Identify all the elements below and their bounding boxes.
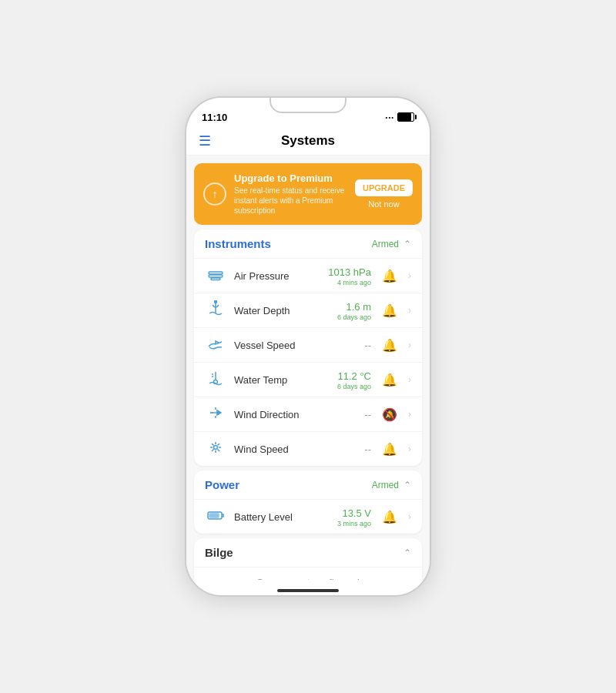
- water-temp-icon: [205, 369, 226, 390]
- svg-rect-1: [209, 272, 223, 274]
- upgrade-text: Upgrade to Premium See real-time status …: [234, 172, 347, 216]
- air-pressure-value: 1013 hPa: [328, 266, 371, 278]
- sensor-row-water-depth[interactable]: Water Depth 1.6 m 6 days ago 🔔 ›: [194, 293, 422, 327]
- air-pressure-name: Air Pressure: [234, 270, 317, 282]
- power-status: Armed: [372, 480, 399, 490]
- battery-status-icon: [397, 112, 414, 122]
- status-icons: •••: [386, 112, 414, 122]
- water-temp-bell-icon[interactable]: 🔔: [382, 373, 397, 387]
- water-depth-time: 6 days ago: [325, 313, 371, 321]
- bilge-section: Bilge ⌃ Sensors not configured: [194, 538, 422, 580]
- vessel-speed-name: Vessel Speed: [234, 340, 317, 351]
- air-pressure-time: 4 mins ago: [325, 279, 371, 286]
- wind-direction-bell-icon[interactable]: 🔕: [382, 407, 397, 422]
- water-temp-time: 6 days ago: [325, 383, 371, 390]
- home-bar-line: [277, 589, 339, 592]
- wind-speed-chevron-icon[interactable]: ›: [408, 444, 411, 454]
- upgrade-arrow-icon: ↑: [203, 182, 226, 206]
- instruments-status: Armed: [372, 239, 399, 249]
- wind-speed-icon: [205, 438, 226, 460]
- svg-line-15: [218, 450, 220, 452]
- water-temp-chevron-icon[interactable]: ›: [408, 374, 411, 385]
- wind-speed-bell-icon[interactable]: 🔔: [382, 442, 397, 457]
- bilge-no-sensors-message: Sensors not configured: [194, 567, 422, 580]
- svg-point-3: [215, 301, 217, 303]
- battery-level-value: 13.5 V: [342, 507, 371, 519]
- phone-notch: [270, 98, 346, 113]
- not-now-button[interactable]: Not now: [355, 199, 413, 209]
- vessel-speed-icon: [205, 334, 226, 356]
- battery-level-chevron-icon[interactable]: ›: [408, 511, 411, 522]
- wind-direction-icon: [205, 403, 226, 425]
- wind-speed-name: Wind Speed: [234, 444, 317, 455]
- wind-direction-chevron-icon[interactable]: ›: [408, 409, 411, 420]
- svg-rect-20: [209, 514, 219, 517]
- water-temp-value: 11.2 °C: [337, 370, 371, 382]
- svg-point-18: [214, 446, 218, 450]
- svg-rect-0: [209, 275, 223, 277]
- vessel-speed-value: --: [364, 340, 371, 351]
- sensor-row-vessel-speed[interactable]: Vessel Speed -- 🔔 ›: [194, 327, 422, 362]
- instruments-chevron-icon[interactable]: ⌃: [403, 239, 411, 249]
- sensor-row-water-temp[interactable]: Water Temp 11.2 °C 6 days ago 🔔 ›: [194, 362, 422, 397]
- wind-speed-value: --: [364, 444, 371, 455]
- air-pressure-icon: [205, 265, 226, 286]
- air-pressure-bell-icon[interactable]: 🔔: [382, 269, 397, 283]
- svg-line-16: [218, 444, 220, 446]
- sensor-row-battery[interactable]: Battery Level 13.5 V 3 mins ago 🔔 ›: [194, 499, 422, 534]
- power-status-row: Armed ⌃: [372, 480, 411, 490]
- battery-level-bell-icon[interactable]: 🔔: [382, 510, 397, 524]
- power-chevron-icon[interactable]: ⌃: [403, 480, 411, 490]
- scroll-content[interactable]: ↑ Upgrade to Premium See real-time statu…: [186, 156, 430, 580]
- battery-level-icon: [205, 506, 226, 527]
- water-depth-chevron-icon[interactable]: ›: [408, 305, 411, 316]
- upgrade-button[interactable]: UPGRADE: [355, 179, 413, 196]
- water-depth-bell-icon[interactable]: 🔔: [382, 303, 397, 318]
- bilge-chevron-icon[interactable]: ⌃: [403, 547, 411, 558]
- wind-direction-name: Wind Direction: [234, 409, 317, 420]
- upgrade-buttons: UPGRADE Not now: [355, 179, 413, 209]
- instruments-header: Instruments Armed ⌃: [194, 229, 422, 258]
- sensor-row-wind-speed[interactable]: Wind Speed -- 🔔 ›: [194, 431, 422, 466]
- air-pressure-value-block: 1013 hPa 4 mins ago: [325, 265, 371, 286]
- instruments-section: Instruments Armed ⌃ Air Pressure 1: [194, 229, 422, 466]
- svg-marker-6: [217, 410, 221, 415]
- water-depth-value: 1.6 m: [346, 301, 371, 313]
- menu-icon[interactable]: ☰: [199, 132, 211, 149]
- page-title: Systems: [281, 133, 335, 149]
- instruments-status-row: Armed ⌃: [372, 239, 411, 249]
- bilge-title: Bilge: [205, 546, 233, 559]
- water-temp-value-block: 11.2 °C 6 days ago: [325, 369, 371, 390]
- power-header: Power Armed ⌃: [194, 470, 422, 499]
- phone-time: 11:10: [202, 112, 227, 123]
- water-temp-name: Water Temp: [234, 374, 317, 386]
- bilge-header: Bilge ⌃: [194, 538, 422, 567]
- water-depth-value-block: 1.6 m 6 days ago: [325, 300, 371, 321]
- power-section: Power Armed ⌃ Battery Level 13.5 V: [194, 470, 422, 534]
- vessel-speed-value-block: --: [325, 338, 371, 352]
- wind-direction-value: --: [364, 409, 371, 420]
- air-pressure-chevron-icon[interactable]: ›: [408, 270, 411, 281]
- signal-icon: •••: [386, 114, 394, 121]
- bilge-status-row: ⌃: [403, 547, 411, 558]
- wind-direction-value-block: --: [325, 407, 371, 421]
- water-depth-name: Water Depth: [234, 305, 317, 316]
- sensor-row-wind-direction[interactable]: Wind Direction -- 🔕 ›: [194, 397, 422, 431]
- battery-level-name: Battery Level: [234, 511, 317, 523]
- instruments-title: Instruments: [205, 237, 271, 250]
- phone-frame: 11:10 ••• ☰ Systems ↑ Upgrade to Premium…: [185, 96, 431, 597]
- battery-level-time: 3 mins ago: [325, 520, 371, 527]
- upgrade-desc: See real-time status and receive instant…: [234, 186, 347, 216]
- home-bar[interactable]: [186, 580, 430, 597]
- app-header: ☰ Systems: [186, 129, 430, 156]
- vessel-speed-chevron-icon[interactable]: ›: [408, 340, 411, 350]
- svg-line-14: [212, 444, 214, 446]
- upgrade-banner[interactable]: ↑ Upgrade to Premium See real-time statu…: [194, 163, 422, 225]
- power-title: Power: [205, 478, 239, 491]
- battery-level-value-block: 13.5 V 3 mins ago: [325, 506, 371, 527]
- wind-speed-value-block: --: [325, 442, 371, 456]
- water-depth-icon: [205, 300, 226, 321]
- sensor-row-air-pressure[interactable]: Air Pressure 1013 hPa 4 mins ago 🔔 ›: [194, 258, 422, 293]
- svg-rect-2: [211, 278, 220, 280]
- vessel-speed-bell-icon[interactable]: 🔔: [382, 338, 397, 353]
